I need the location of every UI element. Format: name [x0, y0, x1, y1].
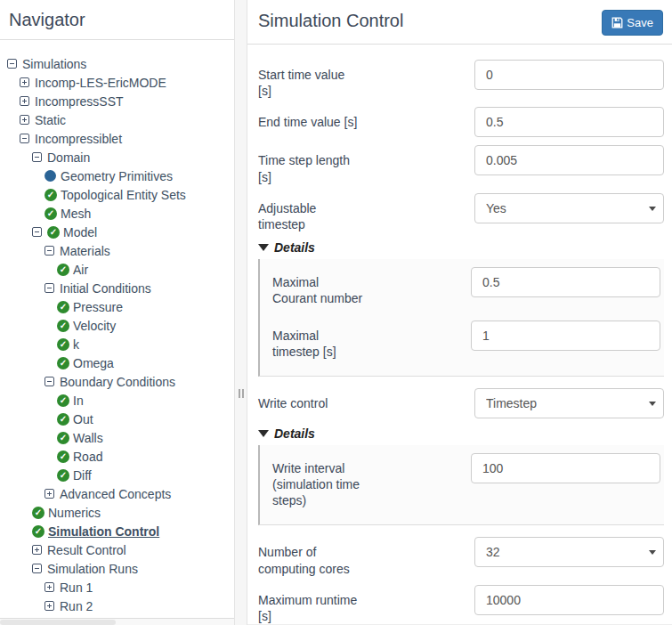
tree-item-label: Geometry Primitives — [61, 169, 173, 183]
tree-item-run-1[interactable]: Run 1 — [7, 578, 232, 597]
end-time-value-input[interactable] — [474, 107, 664, 137]
tree-item-air[interactable]: Air — [7, 260, 232, 279]
minus-box-icon[interactable] — [32, 152, 42, 162]
adjustable-timestep-select[interactable]: Yes — [474, 193, 664, 223]
check-circle-icon — [57, 413, 69, 426]
minus-box-icon[interactable] — [45, 377, 54, 386]
write-interval-input[interactable] — [471, 453, 660, 483]
field-control-maximal-timestep — [471, 321, 660, 351]
tree-item-initial-conditions[interactable]: Initial Conditions — [7, 279, 232, 297]
minus-box-icon[interactable] — [45, 246, 54, 256]
minus-box-icon[interactable] — [45, 283, 54, 293]
plus-box-icon[interactable] — [20, 77, 29, 87]
field-control-maximal-courant-number — [471, 267, 660, 297]
minus-box-icon[interactable] — [32, 564, 42, 573]
tree-item-label: Simulation Control — [48, 524, 159, 539]
tree-item-materials[interactable]: Materials — [7, 241, 232, 260]
tree-item-run-2[interactable]: Run 2 — [7, 597, 232, 615]
check-circle-icon — [57, 357, 69, 369]
tree-item-domain[interactable]: Domain — [7, 148, 232, 166]
tree-item-incompressiblet[interactable]: Incompressiblet — [7, 129, 232, 148]
tree-item-simulation-runs[interactable]: Simulation Runs — [7, 559, 232, 578]
tree-item-mesh[interactable]: Mesh — [7, 204, 232, 223]
tree-item-label: Run 1 — [60, 580, 93, 595]
maximum-runtime-input[interactable] — [474, 585, 664, 615]
maximal-timestep-input[interactable] — [471, 321, 660, 351]
tree-item-diff[interactable]: Diff — [7, 466, 232, 484]
details-section-timestep-details: DetailsMaximal Courant numberMaximal tim… — [258, 240, 664, 377]
tree-item-pressure[interactable]: Pressure — [7, 297, 232, 316]
tree-item-label: Omega — [73, 356, 114, 370]
check-circle-icon — [47, 226, 60, 239]
tree-item-k[interactable]: k — [7, 335, 232, 353]
time-step-length-input[interactable] — [474, 145, 664, 175]
collapse-triangle-icon — [258, 430, 269, 437]
tree-item-topological-entity-sets[interactable]: Topological Entity Sets — [7, 185, 232, 204]
write-control-select[interactable]: Timestep — [474, 388, 664, 418]
check-circle-icon — [57, 338, 69, 351]
tree-item-simulations[interactable]: Simulations — [7, 54, 232, 73]
start-time-value-input[interactable] — [474, 60, 664, 90]
tree-item-geometry-primitives[interactable]: Geometry Primitives — [7, 166, 232, 185]
tree-item-simulation-control[interactable]: Simulation Control — [7, 522, 232, 540]
tree-item-advanced-concepts[interactable]: Advanced Concepts — [7, 484, 232, 503]
plus-box-icon[interactable] — [32, 545, 42, 555]
tree-item-label: Initial Conditions — [60, 281, 151, 296]
tree-item-numerics[interactable]: Numerics — [7, 503, 232, 522]
tree-item-velocity[interactable]: Velocity — [7, 316, 232, 335]
form-row-time-step-length: Time step length [s] — [258, 145, 664, 184]
field-label-end-time-value: End time value [s] — [258, 107, 372, 130]
tree-item-label: Simulation Runs — [47, 562, 138, 576]
tree-item-in[interactable]: In — [7, 391, 232, 410]
tree-item-walls[interactable]: Walls — [7, 428, 232, 447]
form-row-computing-cores: Number of computing cores32 — [258, 537, 664, 576]
field-control-time-step-length — [474, 145, 664, 175]
tree-item-label: Pressure — [73, 300, 123, 314]
minus-box-icon[interactable] — [32, 227, 42, 237]
plus-box-icon[interactable] — [45, 601, 54, 611]
check-circle-icon — [57, 394, 69, 407]
computing-cores-select[interactable]: 32 — [474, 537, 664, 567]
tree-item-static[interactable]: Static — [7, 110, 232, 129]
tree-item-incomp-les-ericmode[interactable]: Incomp-LES-EricMODE — [7, 73, 232, 92]
check-circle-icon — [57, 264, 69, 276]
form-row-write-interval: Write interval (simulation time steps) — [272, 453, 660, 509]
field-control-write-interval — [471, 453, 660, 483]
field-label-maximal-timestep: Maximal timestep [s] — [272, 321, 377, 360]
tree-item-boundary-conditions[interactable]: Boundary Conditions — [7, 372, 232, 391]
field-control-computing-cores: 32 — [474, 537, 664, 567]
plus-box-icon[interactable] — [45, 489, 54, 499]
simulation-control-panel: Simulation Control Save Start time value… — [247, 0, 672, 625]
minus-box-icon[interactable] — [20, 134, 29, 143]
tree-item-label: Topological Entity Sets — [61, 188, 186, 202]
tree-item-label: Incompressiblet — [35, 132, 122, 146]
app-window: Navigator SimulationsIncomp-LES-EricMODE… — [0, 0, 672, 625]
tree-item-incompresssst[interactable]: IncompressSST — [7, 92, 232, 110]
tree-item-label: Diff — [73, 468, 92, 483]
tree-item-model[interactable]: Model — [7, 223, 232, 241]
details-title: Details — [274, 426, 315, 441]
tree-item-road[interactable]: Road — [7, 447, 232, 466]
navigator-hscrollbar[interactable] — [0, 618, 234, 625]
field-control-start-time-value — [474, 60, 664, 90]
tree-item-out[interactable]: Out — [7, 410, 232, 428]
minus-box-icon[interactable] — [7, 59, 17, 69]
save-button[interactable]: Save — [602, 10, 663, 36]
plus-box-icon[interactable] — [20, 96, 29, 106]
panel-resize-divider[interactable] — [234, 0, 247, 625]
tree-item-result-control[interactable]: Result Control — [7, 540, 232, 559]
tree-item-label: Run 2 — [60, 599, 93, 613]
tree-item-label: Simulations — [22, 57, 86, 71]
plus-box-icon[interactable] — [45, 582, 54, 592]
details-box-write-details: Write interval (simulation time steps) — [258, 445, 664, 526]
maximal-courant-number-input[interactable] — [471, 267, 660, 297]
details-header-timestep-details[interactable]: Details — [258, 240, 664, 255]
tree-item-label: Out — [73, 412, 93, 426]
details-header-write-details[interactable]: Details — [258, 426, 664, 441]
resize-grip-icon[interactable] — [239, 389, 243, 398]
plus-box-icon[interactable] — [20, 115, 29, 125]
tree-item-label: Velocity — [73, 319, 116, 333]
scrollbar-thumb[interactable] — [0, 620, 116, 625]
tree-item-omega[interactable]: Omega — [7, 353, 232, 372]
tree-item-label: Model — [63, 225, 97, 239]
